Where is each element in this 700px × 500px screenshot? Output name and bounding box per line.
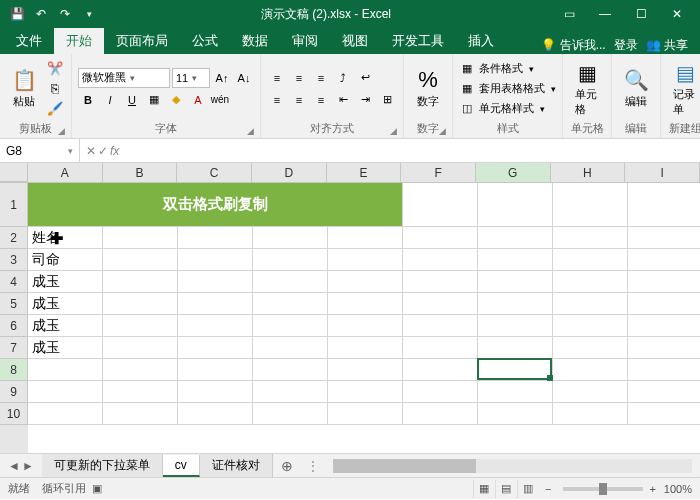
cell[interactable]	[478, 293, 553, 315]
zoom-level[interactable]: 100%	[664, 483, 692, 495]
cell[interactable]: 司命	[28, 249, 103, 271]
cell[interactable]	[403, 293, 478, 315]
tab-view[interactable]: 视图	[330, 28, 380, 54]
col-header[interactable]: H	[551, 163, 626, 182]
col-header[interactable]: D	[252, 163, 327, 182]
paste-button[interactable]: 📋 粘贴	[6, 66, 42, 111]
cell[interactable]	[403, 227, 478, 249]
cell[interactable]	[253, 381, 328, 403]
font-name-combo[interactable]: 微软雅黑▾	[78, 68, 170, 88]
cell[interactable]	[403, 271, 478, 293]
ribbon-options-icon[interactable]: ▭	[552, 4, 586, 24]
sheet-tab[interactable]: cv	[163, 455, 200, 477]
row-header[interactable]: 10	[0, 403, 28, 425]
cell[interactable]	[103, 381, 178, 403]
cell[interactable]	[328, 271, 403, 293]
sheet-nav-prev-icon[interactable]: ◄	[8, 459, 20, 473]
tab-split-icon[interactable]: ⋮	[301, 459, 325, 473]
cell[interactable]	[478, 271, 553, 293]
record-macro-icon[interactable]: ▣	[92, 482, 102, 495]
cell[interactable]	[253, 293, 328, 315]
normal-view-icon[interactable]: ▦	[473, 480, 495, 498]
share-button[interactable]: 👥 共享	[646, 37, 688, 54]
number-launcher[interactable]: ◢	[439, 126, 446, 136]
cell[interactable]	[403, 315, 478, 337]
cell[interactable]: 姓名	[28, 227, 103, 249]
cell[interactable]	[178, 227, 253, 249]
tab-formulas[interactable]: 公式	[180, 28, 230, 54]
copy-icon[interactable]: ⎘	[45, 80, 65, 98]
row-header[interactable]: 2	[0, 227, 28, 249]
cell[interactable]	[178, 271, 253, 293]
bold-button[interactable]: B	[78, 90, 98, 110]
cell[interactable]	[478, 183, 553, 227]
row-header[interactable]: 5	[0, 293, 28, 315]
cell[interactable]	[403, 183, 478, 227]
cell[interactable]	[103, 315, 178, 337]
cell[interactable]	[553, 337, 628, 359]
indent-inc-icon[interactable]: ⇥	[355, 90, 375, 110]
cell[interactable]	[403, 403, 478, 425]
cell[interactable]	[478, 315, 553, 337]
tab-insert[interactable]: 插入	[456, 28, 506, 54]
fx-icon[interactable]: fx	[110, 144, 119, 158]
name-box[interactable]: G8▾	[0, 139, 80, 162]
cell[interactable]	[253, 403, 328, 425]
cell[interactable]	[328, 315, 403, 337]
cell[interactable]	[328, 249, 403, 271]
cell[interactable]	[178, 249, 253, 271]
cell[interactable]	[628, 315, 700, 337]
orientation-icon[interactable]: ⤴	[333, 68, 353, 88]
cell[interactable]	[553, 315, 628, 337]
col-header[interactable]: F	[401, 163, 476, 182]
row-header[interactable]: 8	[0, 359, 28, 381]
phonetic-icon[interactable]: wén	[210, 90, 230, 110]
font-color-icon[interactable]: A	[188, 90, 208, 110]
merged-title-cell[interactable]: 双击格式刷复制	[28, 183, 403, 227]
cell[interactable]	[178, 359, 253, 381]
login-button[interactable]: 登录	[614, 37, 638, 54]
cancel-formula-icon[interactable]: ✕	[86, 144, 96, 158]
merge-icon[interactable]: ⊞	[377, 90, 397, 110]
cell[interactable]	[178, 403, 253, 425]
cell[interactable]	[553, 403, 628, 425]
cell[interactable]	[553, 183, 628, 227]
number-format-button[interactable]: % 数字	[410, 66, 446, 111]
new-sheet-icon[interactable]: ⊕	[273, 458, 301, 474]
cell[interactable]	[328, 337, 403, 359]
cell[interactable]	[628, 183, 700, 227]
sheet-nav-next-icon[interactable]: ►	[22, 459, 34, 473]
sheet-tab[interactable]: 证件核对	[200, 454, 273, 477]
cell[interactable]	[628, 271, 700, 293]
cell[interactable]: 成玉	[28, 293, 103, 315]
cell[interactable]: 成玉	[28, 315, 103, 337]
zoom-in-icon[interactable]: +	[649, 483, 655, 495]
clipboard-launcher[interactable]: ◢	[58, 126, 65, 136]
cell[interactable]	[178, 381, 253, 403]
cell[interactable]	[178, 337, 253, 359]
row-header[interactable]: 1	[0, 183, 28, 227]
page-layout-view-icon[interactable]: ▤	[495, 480, 517, 498]
format-painter-icon[interactable]: 🖌️	[45, 100, 65, 118]
tab-review[interactable]: 审阅	[280, 28, 330, 54]
cell[interactable]	[628, 359, 700, 381]
cell-style-button[interactable]: ◫单元格样式▾	[459, 101, 556, 117]
cell[interactable]	[103, 293, 178, 315]
enter-formula-icon[interactable]: ✓	[98, 144, 108, 158]
increase-font-icon[interactable]: A↑	[212, 68, 232, 88]
undo-icon[interactable]: ↶	[30, 4, 52, 24]
cell[interactable]	[328, 359, 403, 381]
tab-dev[interactable]: 开发工具	[380, 28, 456, 54]
font-launcher[interactable]: ◢	[247, 126, 254, 136]
cell[interactable]	[628, 337, 700, 359]
cell[interactable]	[178, 315, 253, 337]
col-header[interactable]: C	[177, 163, 252, 182]
cell[interactable]	[253, 271, 328, 293]
underline-button[interactable]: U	[122, 90, 142, 110]
col-header[interactable]: B	[103, 163, 178, 182]
cell[interactable]	[478, 337, 553, 359]
cell[interactable]	[328, 381, 403, 403]
cell[interactable]	[328, 293, 403, 315]
tab-layout[interactable]: 页面布局	[104, 28, 180, 54]
cell[interactable]	[478, 403, 553, 425]
